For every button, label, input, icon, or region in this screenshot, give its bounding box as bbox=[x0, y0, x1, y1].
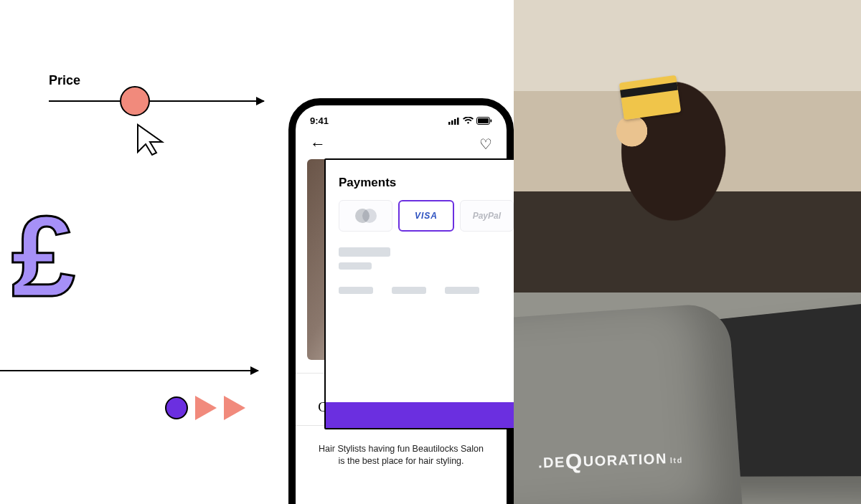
skeleton-line bbox=[339, 247, 390, 257]
svg-rect-2 bbox=[451, 120, 453, 125]
heart-icon[interactable]: ♡ bbox=[479, 135, 492, 153]
svg-marker-0 bbox=[138, 125, 162, 155]
status-icons bbox=[448, 117, 492, 125]
illustration-panel: Price £ bbox=[0, 0, 280, 504]
svg-rect-1 bbox=[448, 122, 451, 125]
payments-title: Payments bbox=[339, 176, 514, 190]
play-triangle-icon bbox=[195, 396, 217, 420]
payment-option-mastercard[interactable] bbox=[339, 200, 392, 232]
form-skeleton bbox=[339, 247, 514, 294]
skeleton-line bbox=[392, 287, 426, 294]
payment-option-paypal[interactable]: PayPal bbox=[460, 200, 514, 232]
lower-axis-arrow bbox=[0, 370, 258, 371]
price-axis-arrow bbox=[49, 100, 264, 102]
back-icon[interactable]: ← bbox=[310, 135, 326, 153]
listing-description: Hair Stylists having fun Beautilocks Sal… bbox=[296, 433, 507, 467]
bag-brand-text: .DEQUORATIONltd bbox=[537, 445, 683, 475]
mastercard-icon bbox=[355, 209, 377, 223]
svg-rect-4 bbox=[457, 118, 459, 125]
wifi-icon bbox=[463, 117, 474, 125]
paypal-icon: PayPal bbox=[473, 211, 501, 221]
phone-nav: ← ♡ bbox=[296, 132, 507, 159]
price-label: Price bbox=[49, 73, 80, 88]
battery-icon bbox=[476, 117, 492, 125]
purple-circle-icon bbox=[165, 396, 188, 419]
cursor-icon bbox=[135, 122, 168, 158]
svg-rect-6 bbox=[478, 118, 489, 123]
status-bar: 9:41 bbox=[296, 105, 507, 132]
skeleton-line bbox=[339, 287, 373, 294]
svg-rect-7 bbox=[491, 120, 492, 123]
credit-card-icon bbox=[619, 75, 681, 120]
skeleton-line bbox=[339, 262, 372, 270]
skeleton-line bbox=[445, 287, 479, 294]
play-triangle-icon bbox=[224, 396, 245, 420]
status-time: 9:41 bbox=[310, 115, 329, 126]
payment-method-row: VISA PayPal bbox=[339, 200, 514, 232]
payment-option-visa[interactable]: VISA bbox=[398, 200, 453, 232]
payments-card: Payments VISA PayPal bbox=[324, 158, 528, 429]
pound-icon: £ bbox=[11, 199, 75, 314]
shape-row bbox=[165, 396, 245, 420]
price-slider-handle-icon[interactable] bbox=[120, 86, 150, 116]
lifestyle-photo: .DEQUORATIONltd bbox=[514, 0, 861, 504]
cellular-icon bbox=[448, 118, 460, 125]
primary-cta-button[interactable] bbox=[326, 402, 527, 428]
svg-rect-3 bbox=[454, 119, 456, 125]
visa-icon: VISA bbox=[415, 211, 438, 221]
